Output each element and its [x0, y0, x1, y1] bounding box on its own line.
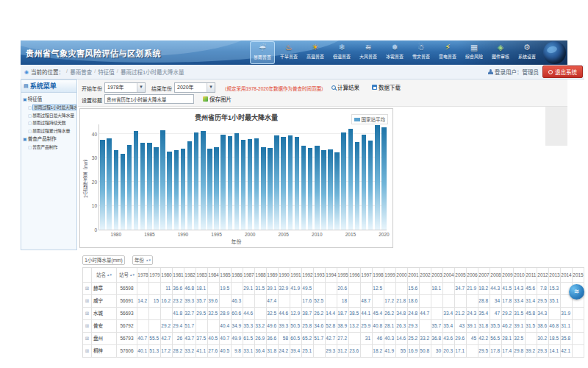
table-row[interactable]: ⊞桐梓5760640.151.317.228.233.241.127.640.5… [83, 345, 584, 358]
value-cell: 24.3 [467, 308, 478, 320]
table-header-row: 站名▲▼站号▲▼19781979198019811982198319841985… [83, 268, 584, 283]
station-name-header[interactable]: 站名▲▼ [92, 268, 117, 283]
sidebar-item[interactable]: ▢暴雨过程累计降水量 [23, 127, 76, 135]
nav-item-high-temperature[interactable]: ☀高温普查 [303, 41, 328, 64]
year-header: 2014 [561, 268, 573, 283]
bar [375, 125, 380, 230]
expand-icon[interactable]: ⊞ [83, 320, 92, 333]
floating-widget-button[interactable]: ≋ [569, 284, 584, 300]
expand-icon[interactable]: ⊞ [83, 333, 92, 345]
year-header: 2013 [549, 268, 561, 283]
value-cell [420, 295, 431, 308]
nav-item-low-temperature[interactable]: ❄低温普查 [329, 41, 354, 64]
bar [114, 150, 119, 230]
value-cell [573, 345, 584, 358]
sort-arrows-icon[interactable]: ▲▼ [107, 268, 112, 282]
value-type-pill[interactable]: 1小时降水量(mm) [82, 255, 125, 265]
year-header: 2012 [537, 268, 549, 283]
value-cell: 60.6 [232, 308, 243, 320]
bar [201, 131, 206, 230]
bar [160, 130, 165, 230]
value-cell [361, 345, 373, 358]
table-row[interactable]: ⊞威宁5669114.21516.223.239.335.739.646.347… [83, 295, 584, 308]
nav-item-snow-disaster[interactable]: ☃雪灾普查 [409, 41, 434, 64]
image-icon [203, 96, 208, 102]
start-year-select[interactable]: 1978年 ▼ [104, 82, 146, 93]
value-cell [137, 308, 149, 320]
bar [147, 143, 152, 230]
nav-item-label: 综合风险 [465, 53, 483, 60]
bar [368, 141, 373, 230]
value-cell: 34 [490, 295, 502, 308]
value-cell [349, 283, 361, 295]
sidebar-item[interactable]: ▢暴雨过程日最大降水量 [23, 112, 76, 120]
value-cell [384, 283, 396, 295]
value-cell: 41.8 [173, 308, 184, 320]
expand-icon[interactable]: ⊞ [83, 308, 92, 320]
sidebar-item[interactable]: ▢暴雨过程1小时最大降水量 [23, 104, 76, 112]
breadcrumb-link[interactable]: 暴雨过程1小时最大降水量 [121, 68, 184, 76]
value-cell: 46.8 [549, 320, 561, 333]
start-year-label: 开始年份 [82, 85, 102, 92]
table-row[interactable]: ⊞盘州5679340.755.542.72643.737.540.540.749… [83, 333, 584, 345]
value-cell [149, 308, 161, 320]
value-cell: 7.8 [537, 283, 549, 295]
year-header: 1984 [208, 268, 220, 283]
nav-item-drought[interactable]: ♨干旱普查 [276, 41, 301, 64]
value-cell: 29.8 [514, 345, 526, 358]
year-sort-pill[interactable]: 年份 ▲▼ [132, 255, 153, 265]
value-cell [137, 320, 149, 333]
download-button[interactable]: 数据下载 [372, 83, 401, 91]
sidebar-item[interactable]: ▢普查产品制作 [23, 144, 76, 152]
nav-item-hail[interactable]: ❅冰雹普查 [382, 41, 407, 64]
low-temperature-icon: ❄ [338, 43, 345, 52]
year-header: 2008 [490, 268, 502, 283]
value-cell: 26 [173, 333, 184, 345]
breadcrumb-link[interactable]: 特征值 [98, 68, 115, 76]
value-cell: 39.1 [267, 283, 279, 295]
sort-arrows-icon[interactable]: ▲▼ [129, 268, 135, 282]
calculate-button[interactable]: 计算结果 [331, 83, 359, 91]
nav-item-settings[interactable]: ⚙系统设置 [514, 41, 539, 64]
value-cell: 45 [467, 333, 478, 345]
value-cell: 40.7 [220, 333, 232, 345]
nav-item-map-review[interactable]: ◈图件审核 [488, 41, 513, 64]
logout-button[interactable]: 退出系统 [542, 66, 583, 78]
document-icon: ▢ [28, 129, 32, 133]
nav-item-lightning[interactable]: ⚡雷电普查 [435, 41, 460, 64]
value-cell [326, 283, 337, 295]
tree-group[interactable]: ▣普查产品制作 [23, 135, 76, 144]
value-cell: 49.5 [302, 283, 314, 295]
table-row[interactable]: ⊞水城5669341.832.729.532.528.960.644.632.5… [83, 308, 584, 320]
chart-legend[interactable]: 国家站平均 [351, 114, 389, 124]
tree-group[interactable]: ▣特征值 [23, 95, 76, 104]
end-year-select[interactable]: 2020年 ▼ [174, 82, 215, 93]
sidebar-header: ▤ 系统菜单 [21, 80, 76, 93]
sidebar-item[interactable]: ▢暴雨过程持续天数 [23, 119, 76, 127]
year-header: 1998 [373, 268, 384, 283]
nav-item-rainstorm[interactable]: ☔暴雨普查 [250, 41, 275, 64]
table-row[interactable]: ⊞赫章565981136.646.818.119.529.131.539.132… [83, 283, 584, 295]
expand-icon[interactable]: ⊞ [83, 283, 92, 295]
save-image-button[interactable]: 保存图片 [203, 95, 232, 103]
station-id-header[interactable]: 站号▲▼ [117, 268, 137, 283]
station-name-cell: 普安 [92, 320, 117, 333]
app-title: 贵州省气象灾害风险评估与区划系统 [26, 47, 161, 59]
document-icon: ▢ [28, 105, 32, 110]
value-cell: 32.7 [184, 308, 196, 320]
chart-title-input[interactable] [104, 94, 194, 104]
breadcrumb-link[interactable]: 暴雨普查 [70, 68, 92, 76]
expand-icon[interactable]: ⊞ [83, 345, 92, 358]
value-cell: 46.2 [502, 320, 514, 333]
value-cell: 43.7 [184, 333, 196, 345]
nav-item-composite-risk[interactable]: ▦综合风险 [462, 41, 487, 64]
expand-icon[interactable]: ⊞ [83, 295, 92, 308]
value-cell: 29.5 [537, 295, 549, 308]
value-cell: 17.2 [384, 295, 396, 308]
query-toolbar: 开始年份 1978年 ▼ 结束年份 2020年 ▼ （规定采用1978-2020… [78, 79, 567, 107]
value-cell: 29.5 [478, 345, 490, 358]
value-cell: 41.9 [290, 283, 302, 295]
bar [194, 132, 199, 230]
table-row[interactable]: ⊞普安5679229.229.451.740.434.935.333.249.6… [83, 320, 584, 333]
nav-item-wind[interactable]: ≋大风普查 [356, 41, 381, 64]
